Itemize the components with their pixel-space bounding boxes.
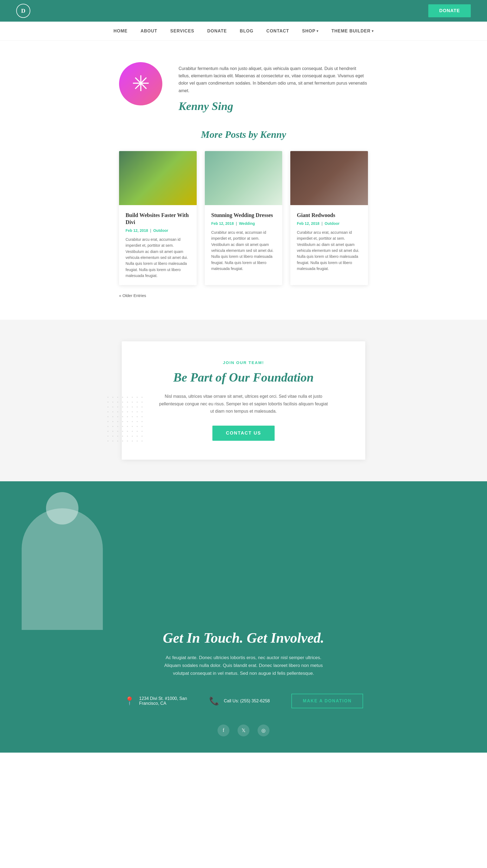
address-text: 1234 Divi St. #1000, San Francisco, CA [139, 696, 187, 706]
shop-chevron-icon: ▾ [317, 29, 318, 33]
avatar-icon: ✳ [132, 73, 150, 95]
post-title-1[interactable]: Build Websites Faster With Divi [125, 212, 190, 226]
author-bio: Curabitur fermentum nulla non justo aliq… [178, 65, 368, 94]
nav-home[interactable]: HOME [113, 29, 127, 33]
top-nav: D DONATE [0, 0, 487, 22]
footer-info-row: 📍 1234 Divi St. #1000, San Francisco, CA… [22, 694, 465, 708]
main-nav: HOME ABOUT SERVICES DONATE BLOG CONTACT … [0, 22, 487, 40]
older-entries: « Older Entries [119, 293, 368, 298]
phone-text: Call Us: (255) 352-6258 [224, 699, 270, 704]
footer-social: f 𝕏 ◎ [22, 724, 465, 736]
footer-address: 📍 1234 Divi St. #1000, San Francisco, CA [124, 695, 187, 706]
more-posts-section: More Posts by Kenny Build Websites Faste… [108, 129, 379, 298]
post-image-3 [290, 151, 368, 205]
nav-shop[interactable]: SHOP ▾ [302, 29, 318, 33]
join-section-wrapper: JOIN OUR TEAM! Be Part of Our Foundation… [0, 320, 487, 481]
author-info: Curabitur fermentum nulla non justo aliq… [178, 62, 368, 113]
nav-donate[interactable]: DONATE [207, 29, 227, 33]
phone-icon: 📞 [209, 695, 220, 706]
logo[interactable]: D [16, 4, 30, 18]
nav-theme-builder[interactable]: THEME BUILDER ▾ [332, 29, 374, 33]
post-card-2: Stunning Wedding Dresses Feb 12, 2018 | … [205, 151, 283, 285]
post-text-3: Curabitur arcu erat, accumsan id imperdi… [297, 229, 362, 272]
twitter-icon[interactable]: 𝕏 [237, 724, 250, 736]
author-name: Kenny Sing [178, 100, 368, 113]
instagram-icon[interactable]: ◎ [258, 724, 269, 736]
post-image-1 [119, 151, 197, 205]
location-icon: 📍 [124, 695, 135, 706]
footer-watermark [22, 508, 103, 630]
nav-blog[interactable]: BLOG [240, 29, 253, 33]
post-card-1: Build Websites Faster With Divi Feb 12, … [119, 151, 197, 285]
avatar: ✳ [119, 62, 162, 105]
older-entries-link[interactable]: « Older Entries [119, 293, 146, 298]
post-title-2[interactable]: Stunning Wedding Dresses [211, 212, 276, 219]
footer: Get In Touch. Get Involved. Ac feugiat a… [0, 481, 487, 753]
nav-about[interactable]: ABOUT [140, 29, 157, 33]
post-text-1: Curabitur arcu erat, accumsan id imperdi… [125, 237, 190, 279]
theme-builder-chevron-icon: ▾ [372, 29, 374, 33]
post-meta-1: Feb 12, 2018 | Outdoor [125, 228, 190, 233]
footer-title: Get In Touch. Get Involved. [22, 630, 465, 646]
post-image-2 [205, 151, 283, 205]
nav-services[interactable]: SERVICES [170, 29, 194, 33]
footer-desc: Ac feugiat ante. Donec ultricies loborti… [162, 654, 325, 678]
post-card-3: Giant Redwoods Feb 12, 2018 | Outdoor Cu… [290, 151, 368, 285]
post-meta-3: Feb 12, 2018 | Outdoor [297, 221, 362, 226]
post-title-3[interactable]: Giant Redwoods [297, 212, 362, 219]
facebook-icon[interactable]: f [218, 724, 229, 736]
join-section: JOIN OUR TEAM! Be Part of Our Foundation… [122, 341, 365, 460]
decorative-dots [106, 395, 143, 443]
join-label: JOIN OUR TEAM! [143, 360, 344, 365]
posts-grid: Build Websites Faster With Divi Feb 12, … [119, 151, 368, 285]
join-title: Be Part of Our Foundation [143, 370, 344, 384]
footer-phone: 📞 Call Us: (255) 352-6258 [209, 695, 270, 706]
author-section: ✳ Curabitur fermentum nulla non justo al… [108, 62, 379, 113]
nav-contact[interactable]: CONTACT [266, 29, 289, 33]
join-text: Nisl massa, ultrices vitae ornare sit am… [157, 393, 330, 415]
more-posts-title: More Posts by Kenny [119, 129, 368, 140]
watermark-head [46, 492, 79, 525]
top-donate-button[interactable]: DONATE [428, 4, 471, 17]
contact-us-button[interactable]: CONTACT US [212, 426, 275, 441]
post-meta-2: Feb 12, 2018 | Wedding [211, 221, 276, 226]
make-donation-button[interactable]: MAKE A DONATION [291, 694, 363, 708]
post-text-2: Curabitur arcu erat, accumsan id imperdi… [211, 229, 276, 272]
